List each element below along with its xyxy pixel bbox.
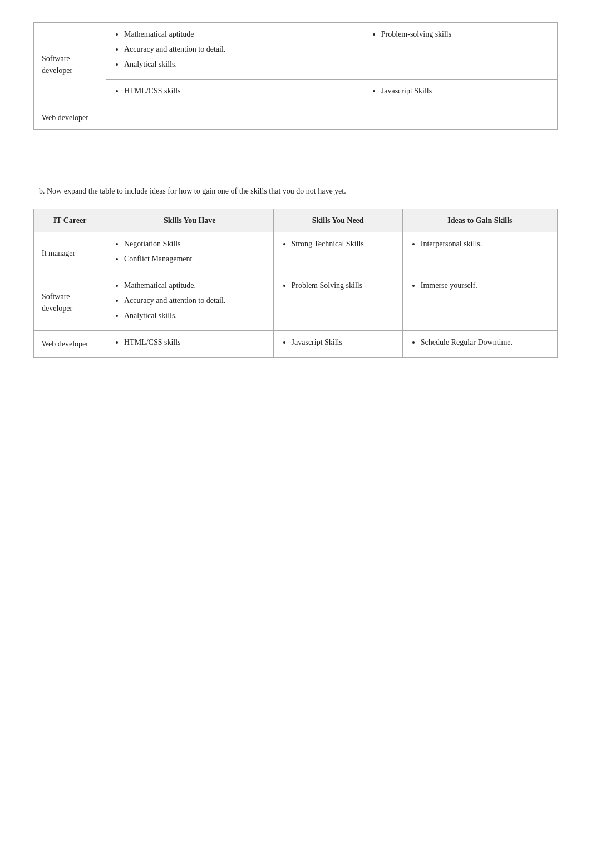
career-cell: Software developer <box>34 274 106 331</box>
list-item: Problem-solving skills <box>381 28 549 40</box>
first-table: Software developer Mathematical aptitude… <box>33 22 558 130</box>
empty-cell <box>363 106 557 130</box>
skills-have-cell: HTML/CSS skills <box>106 80 363 106</box>
second-table-section: IT Career Skills You Have Skills You Nee… <box>33 209 558 358</box>
table-row: Software developer Mathematical aptitude… <box>34 23 558 80</box>
first-table-section: Software developer Mathematical aptitude… <box>33 22 558 130</box>
career-cell: Software developer <box>34 23 106 106</box>
header-skills-need: Skills You Need <box>273 209 402 232</box>
ideas-cell: Interpersonal skills. <box>402 232 557 274</box>
list-item: Analytical skills. <box>124 310 265 321</box>
spacer <box>33 152 558 185</box>
second-table: IT Career Skills You Have Skills You Nee… <box>33 209 558 358</box>
list-item: Mathematical aptitude <box>124 28 355 40</box>
list-item: Problem Solving skills <box>292 280 395 291</box>
list-item: Accuracy and attention to detail. <box>124 43 355 55</box>
skills-have-cell: Mathematical aptitude Accuracy and atten… <box>106 23 363 80</box>
list-item: Strong Technical Skills <box>292 238 395 250</box>
instruction-label: b. Now expand the table to include ideas… <box>39 187 346 195</box>
list-item: Mathematical aptitude. <box>124 280 265 291</box>
skills-have-cell: Mathematical aptitude. Accuracy and atte… <box>106 274 274 331</box>
skills-have-cell: HTML/CSS skills <box>106 331 274 358</box>
header-skills-have: Skills You Have <box>106 209 274 232</box>
table-row: Software developer Mathematical aptitude… <box>34 274 558 331</box>
skills-need-cell: Problem-solving skills <box>363 23 557 80</box>
header-ideas: Ideas to Gain Skills <box>402 209 557 232</box>
skills-need-cell: Javascript Skills <box>273 331 402 358</box>
empty-cell <box>106 106 363 130</box>
list-item: Accuracy and attention to detail. <box>124 295 265 306</box>
skills-need-cell: Problem Solving skills <box>273 274 402 331</box>
career-cell: Web developer <box>34 331 106 358</box>
table-header-row: IT Career Skills You Have Skills You Nee… <box>34 209 558 232</box>
list-item: Javascript Skills <box>381 85 549 97</box>
list-item: HTML/CSS skills <box>124 85 355 97</box>
career-cell: It manager <box>34 232 106 274</box>
list-item: Schedule Regular Downtime. <box>421 336 549 348</box>
ideas-cell: Schedule Regular Downtime. <box>402 331 557 358</box>
ideas-cell: Immerse yourself. <box>402 274 557 331</box>
skills-have-cell: Negotiation Skills Conflict Management <box>106 232 274 274</box>
skills-need-cell: Javascript Skills <box>363 80 557 106</box>
instruction-text: b. Now expand the table to include ideas… <box>33 185 558 197</box>
list-item: Analytical skills. <box>124 58 355 70</box>
list-item: HTML/CSS skills <box>124 336 265 348</box>
table-row: It manager Negotiation Skills Conflict M… <box>34 232 558 274</box>
table-row: Web developer HTML/CSS skills Javascript… <box>34 331 558 358</box>
list-item: Immerse yourself. <box>421 280 549 291</box>
list-item: Interpersonal skills. <box>421 238 549 250</box>
skills-need-cell: Strong Technical Skills <box>273 232 402 274</box>
list-item: Conflict Management <box>124 253 265 265</box>
list-item: Negotiation Skills <box>124 238 265 250</box>
list-item: Javascript Skills <box>292 336 395 348</box>
table-row: Web developer <box>34 106 558 130</box>
career-cell: Web developer <box>34 106 106 130</box>
table-row: HTML/CSS skills Javascript Skills <box>34 80 558 106</box>
header-it-career: IT Career <box>34 209 106 232</box>
